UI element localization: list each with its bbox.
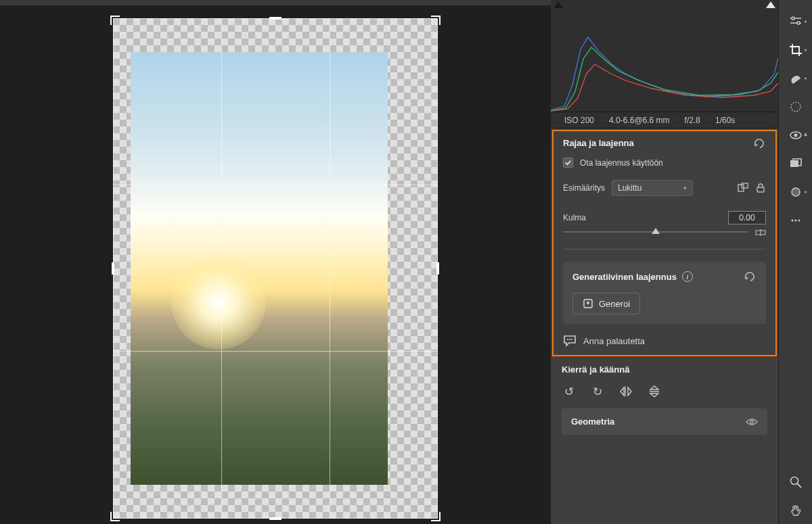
crop-handle-bl[interactable] bbox=[110, 512, 120, 521]
geometry-title: Geometria bbox=[571, 416, 614, 427]
crop-handle-br[interactable] bbox=[431, 512, 441, 521]
crop-handle-top[interactable] bbox=[269, 17, 281, 20]
blur-tool-button[interactable] bbox=[782, 178, 809, 206]
crop-handle-left[interactable] bbox=[112, 262, 114, 275]
reset-icon[interactable] bbox=[754, 139, 766, 148]
svg-point-9 bbox=[750, 420, 753, 423]
swap-aspect-icon[interactable] bbox=[738, 183, 748, 193]
svg-point-7 bbox=[569, 339, 570, 340]
mask-tool-button[interactable] bbox=[782, 93, 809, 120]
feedback-label: Anna palautetta bbox=[583, 336, 645, 346]
svg-rect-1 bbox=[742, 183, 748, 188]
feedback-row[interactable]: Anna palautetta bbox=[563, 335, 766, 347]
chevron-down-icon: ▾ bbox=[683, 185, 687, 191]
crop-handle-bottom[interactable] bbox=[269, 517, 281, 520]
svg-point-25 bbox=[798, 219, 800, 221]
flip-horizontal-icon[interactable] bbox=[618, 384, 633, 399]
rotate-ccw-icon[interactable]: ↺ bbox=[562, 384, 577, 399]
geometry-panel-header[interactable]: Geometria bbox=[562, 408, 767, 435]
panel-title: Rajaa ja laajenna bbox=[563, 138, 634, 148]
right-toolbar bbox=[778, 0, 812, 524]
svg-point-16 bbox=[791, 102, 800, 112]
meta-aperture: f/2.8 bbox=[685, 116, 700, 125]
info-icon[interactable]: i bbox=[682, 271, 693, 282]
chat-icon bbox=[563, 335, 577, 347]
straighten-icon[interactable] bbox=[755, 227, 766, 237]
flip-vertical-icon[interactable] bbox=[647, 384, 662, 399]
heal-tool-button[interactable] bbox=[782, 65, 809, 92]
metadata-bar: ISO 200 4.0-6.6@6.6 mm f/2.8 1/60s bbox=[551, 112, 778, 128]
side-panel: ISO 200 4.0-6.6@6.6 mm f/2.8 1/60s ▴ Raj… bbox=[551, 0, 778, 524]
svg-point-24 bbox=[794, 219, 796, 221]
generate-label: Generoi bbox=[599, 299, 630, 309]
svg-point-18 bbox=[794, 134, 797, 137]
crop-handle-tr[interactable] bbox=[431, 16, 441, 25]
svg-point-10 bbox=[792, 17, 794, 20]
crop-handle-right[interactable] bbox=[436, 262, 439, 275]
crop-border bbox=[113, 18, 438, 519]
preset-label: Esimääritys bbox=[563, 183, 605, 193]
shadow-clip-icon[interactable] bbox=[554, 1, 563, 8]
edit-sliders-button[interactable] bbox=[782, 8, 809, 35]
rotate-cw-icon[interactable]: ↻ bbox=[590, 384, 605, 399]
generate-button[interactable]: Generoi bbox=[572, 293, 640, 314]
histogram[interactable] bbox=[551, 0, 778, 112]
preset-value: Lukittu bbox=[618, 183, 641, 193]
histogram-chart bbox=[551, 10, 778, 112]
crop-expand-panel: Rajaa ja laajenna Ota laajennus käyttöön… bbox=[552, 130, 777, 356]
lock-icon[interactable] bbox=[755, 183, 766, 193]
presets-button[interactable] bbox=[782, 150, 809, 177]
generative-expand-panel: Generatiivinen laajennus i Generoi bbox=[563, 262, 766, 324]
generative-title: Generatiivinen laajennus bbox=[572, 272, 677, 282]
rotate-flip-title: Kierrä ja käännä bbox=[562, 364, 767, 375]
canvas-area[interactable] bbox=[0, 0, 551, 524]
preset-select[interactable]: Lukittu ▾ bbox=[612, 180, 693, 196]
angle-slider[interactable] bbox=[563, 231, 748, 233]
zoom-tool-button[interactable] bbox=[782, 469, 809, 496]
more-button[interactable] bbox=[782, 207, 809, 234]
svg-point-23 bbox=[791, 219, 793, 221]
top-app-bar bbox=[0, 0, 551, 5]
angle-input[interactable] bbox=[728, 211, 766, 224]
svg-line-27 bbox=[797, 483, 801, 487]
meta-shutter: 1/60s bbox=[715, 116, 735, 125]
svg-rect-2 bbox=[757, 187, 764, 192]
hand-tool-button[interactable] bbox=[782, 497, 809, 524]
svg-point-26 bbox=[790, 477, 798, 485]
crop-frame[interactable] bbox=[113, 18, 438, 519]
enable-expand-label: Ota laajennus käyttöön bbox=[580, 158, 663, 168]
meta-lens: 4.0-6.6@6.6 mm bbox=[609, 116, 670, 125]
enable-expand-row[interactable]: Ota laajennus käyttöön bbox=[563, 158, 766, 168]
svg-point-8 bbox=[571, 339, 572, 340]
svg-point-6 bbox=[567, 339, 568, 340]
enable-expand-checkbox[interactable] bbox=[563, 158, 573, 168]
angle-label: Kulma bbox=[563, 213, 586, 222]
svg-point-13 bbox=[797, 22, 800, 24]
crop-tool-button[interactable] bbox=[782, 37, 809, 64]
reset-icon[interactable] bbox=[744, 272, 757, 281]
redeye-tool-button[interactable] bbox=[782, 122, 809, 149]
meta-iso: ISO 200 bbox=[564, 116, 594, 125]
highlight-clip-icon[interactable] bbox=[766, 1, 775, 8]
crop-handle-tl[interactable] bbox=[110, 16, 120, 25]
eye-icon[interactable] bbox=[746, 418, 758, 426]
angle-slider-thumb[interactable] bbox=[652, 228, 660, 234]
